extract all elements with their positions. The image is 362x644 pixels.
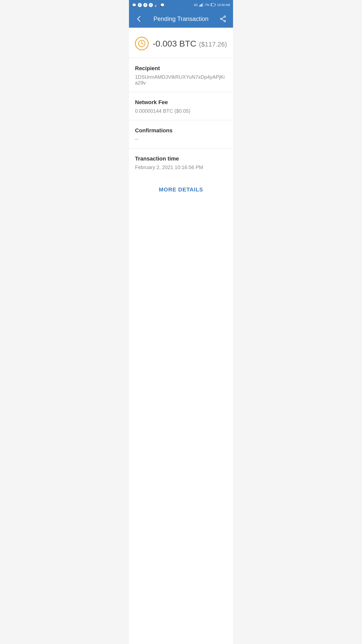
usd-amount: ($117.26) [199,41,227,48]
back-button[interactable] [134,14,144,24]
svg-rect-2 [201,4,202,7]
battery-percentage: 7% [205,3,209,7]
message-icon: 💬 [132,3,136,7]
status-bar: 💬 f f f 🧹 💭 4G 7% 10:40 AM [129,0,233,10]
network-fee-value: 0.00000144 BTC ($0.05) [135,108,227,114]
network-fee-label: Network Fee [135,99,227,106]
more-details-section: MORE DETAILS [129,176,233,203]
transaction-time-value: February 2, 2021 10:16:56 PM [135,165,227,170]
signal-icon [199,3,203,7]
transaction-time-section: Transaction time February 2, 2021 10:16:… [129,148,233,176]
more-details-button[interactable]: MORE DETAILS [159,186,203,193]
status-bar-notifications: 💬 f f f 🧹 💭 [132,3,164,7]
svg-rect-1 [200,5,201,7]
app-bar: Pending Transaction [129,10,233,28]
confirmations-section: Confirmations -- [129,120,233,148]
pending-clock-icon [135,37,149,50]
recipient-section: Recipient 1DSUrmAMDJVtkRUXYuN7xDp4yAPjKi… [129,58,233,92]
svg-rect-5 [211,4,212,6]
confirmations-label: Confirmations [135,127,227,134]
amount-display: -0.003 BTC ($117.26) [153,39,227,49]
cloud-icon: 💭 [160,3,164,7]
recipient-address: 1DSUrmAMDJVtkRUXYuN7xDp4yAPjKia29v [135,74,227,86]
recipient-label: Recipient [135,65,227,72]
svg-rect-6 [215,4,216,5]
tool-icon: 🧹 [154,3,159,7]
facebook-icon-1: f [138,3,142,7]
confirmations-value: -- [135,136,227,142]
svg-line-10 [222,17,224,18]
svg-rect-0 [199,5,200,7]
amount-section: -0.003 BTC ($117.26) [129,28,233,58]
share-button[interactable] [218,14,228,24]
main-content: -0.003 BTC ($117.26) Recipient 1DSUrmAMD… [129,28,233,644]
svg-rect-3 [202,3,203,7]
btc-amount: -0.003 BTC [153,39,196,48]
facebook-icon-2: f [143,3,147,7]
svg-line-14 [142,44,143,44]
page-title: Pending Transaction [154,15,209,22]
current-time: 10:40 AM [217,3,230,7]
svg-line-11 [222,19,224,21]
status-bar-system: 4G 7% 10:40 AM [194,3,230,7]
transaction-time-label: Transaction time [135,155,227,162]
network-fee-section: Network Fee 0.00000144 BTC ($0.05) [129,92,233,120]
facebook-icon-3: f [149,3,153,7]
network-indicator: 4G [194,3,198,7]
battery-icon [211,3,216,7]
